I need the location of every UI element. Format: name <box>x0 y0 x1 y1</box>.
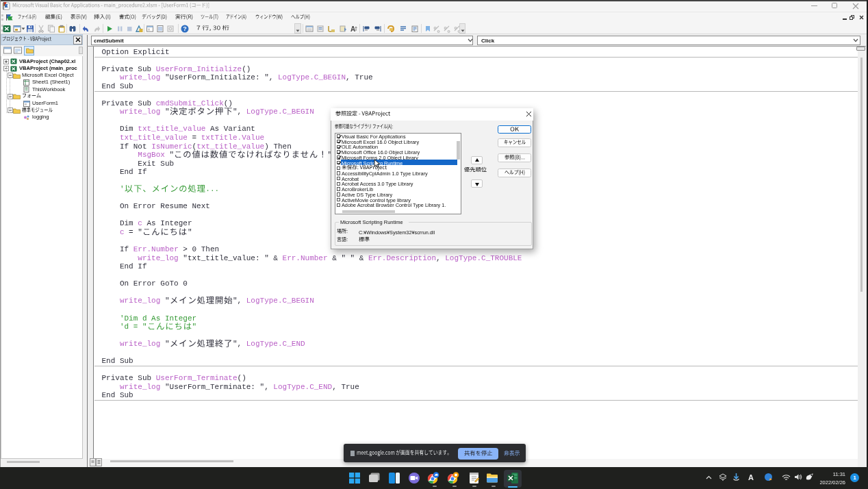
svg-text:?: ? <box>183 25 187 32</box>
svg-text:A: A <box>350 25 355 33</box>
